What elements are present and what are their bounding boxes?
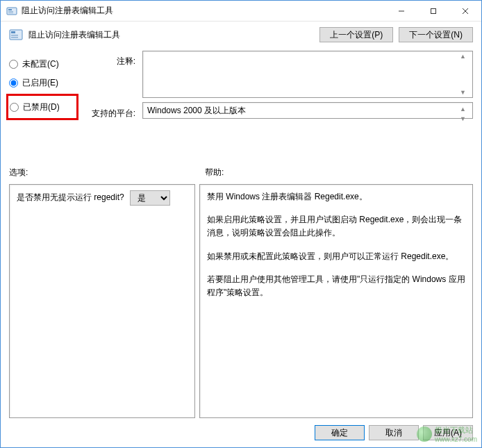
close-button[interactable] [449,1,481,22]
section-labels-row: 选项: 帮助: [1,160,481,184]
svg-rect-10 [11,35,18,36]
svg-rect-3 [8,13,13,13]
label-column: 注释: 支持的平台: [85,51,135,160]
svg-rect-11 [11,37,18,38]
radio-disabled-label: 已禁用(D) [23,101,60,113]
footer: 确定 取消 应用(A) [1,418,481,447]
panels-row: 是否禁用无提示运行 regedit? 是 禁用 Windows 注册表编辑器 R… [1,184,481,418]
titlebar: 阻止访问注册表编辑工具 [1,1,481,22]
apply-button[interactable]: 应用(A) [423,425,473,440]
previous-setting-button[interactable]: 上一个设置(P) [319,27,393,42]
help-paragraph: 若要阻止用户使用其他管理工具，请使用"只运行指定的 Windows 应用程序"策… [207,273,465,299]
dialog-window: 阻止访问注册表编辑工具 阻止访问注册表编辑工具 上一个设置(P) 下一个设置( [0,0,482,448]
svg-rect-2 [8,11,13,12]
window-title: 阻止访问注册表编辑工具 [22,5,385,17]
radio-enabled[interactable]: 已启用(E) [9,74,78,92]
next-setting-button[interactable]: 下一个设置(N) [399,27,473,42]
radio-not-configured-label: 未配置(C) [22,58,59,70]
scroll-arrows-icon: ▲▼ [460,103,471,118]
app-icon [6,6,17,17]
titlebar-controls [385,1,481,22]
header-row: 阻止访问注册表编辑工具 上一个设置(P) 下一个设置(N) [1,22,481,48]
help-label: 帮助: [205,167,473,179]
policy-title: 阻止访问注册表编辑工具 [28,29,314,41]
config-area: 未配置(C) 已启用(E) 已禁用(D) 注释: 支持的平台: ▲▼ [1,48,481,160]
radio-not-configured-input[interactable] [9,60,18,69]
help-paragraph: 如果禁用或未配置此策略设置，则用户可以正常运行 Regedit.exe。 [207,250,465,263]
options-panel: 是否禁用无提示运行 regedit? 是 [9,184,195,418]
option-select[interactable]: 是 [130,190,170,206]
scroll-arrows-icon: ▲▼ [460,51,471,97]
help-paragraph: 如果启用此策略设置，并且用户试图启动 Regedit.exe，则会出现一条消息，… [207,213,465,240]
platform-label: 支持的平台: [85,108,135,119]
radio-disabled[interactable]: 已禁用(D) [10,99,71,115]
highlight-annotation: 已禁用(D) [6,94,78,120]
field-column: ▲▼ Windows 2000 及以上版本 ▲▼ [142,51,473,160]
options-label: 选项: [9,167,191,179]
comment-textarea[interactable]: ▲▼ [142,51,473,98]
platform-value: Windows 2000 及以上版本 [147,106,246,115]
maximize-button[interactable] [417,1,449,22]
radio-disabled-input[interactable] [10,103,19,112]
option-row: 是否禁用无提示运行 regedit? 是 [17,190,188,206]
radio-column: 未配置(C) 已启用(E) 已禁用(D) [9,51,78,160]
option-question: 是否禁用无提示运行 regedit? [17,191,124,204]
cancel-button[interactable]: 取消 [369,425,419,440]
platform-field: Windows 2000 及以上版本 ▲▼ [142,102,473,119]
radio-not-configured[interactable]: 未配置(C) [9,55,78,74]
svg-rect-5 [431,8,436,13]
policy-icon [9,28,23,42]
svg-rect-9 [11,31,15,33]
help-paragraph: 禁用 Windows 注册表编辑器 Regedit.exe。 [207,190,465,204]
minimize-button[interactable] [385,1,417,22]
help-panel: 禁用 Windows 注册表编辑器 Regedit.exe。 如果启用此策略设置… [199,184,473,418]
ok-button[interactable]: 确定 [315,425,365,440]
comment-label: 注释: [85,56,135,67]
radio-enabled-label: 已启用(E) [22,77,58,89]
svg-rect-1 [8,9,12,10]
radio-enabled-input[interactable] [9,78,18,88]
